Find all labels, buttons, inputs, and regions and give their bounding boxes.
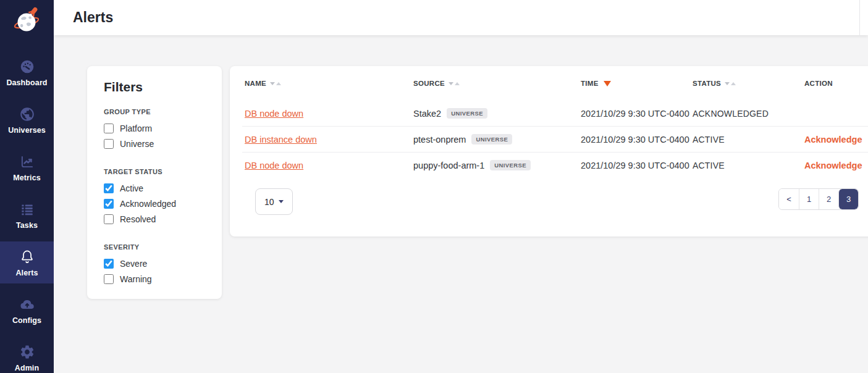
sidebar-item-dashboard[interactable]: Dashboard: [0, 51, 54, 93]
sidebar-item-label: Admin: [15, 364, 39, 372]
resolved-checkbox[interactable]: [104, 214, 114, 224]
sidebar-item-label: Alerts: [15, 269, 38, 277]
filter-group-label: SEVERITY: [104, 243, 209, 251]
filter-option-platform[interactable]: Platform: [104, 124, 209, 133]
alert-time: 2021/10/29 9:30 UTC-0400: [581, 161, 693, 170]
filter-option-label: Universe: [120, 139, 154, 149]
alert-status: ACTIVE: [693, 161, 804, 170]
universe-badge: UNIVERSE: [471, 134, 512, 145]
page-button-1[interactable]: 1: [799, 189, 819, 209]
filter-option-universe[interactable]: Universe: [104, 139, 209, 149]
pager: < 1 2 3: [778, 188, 859, 210]
alert-status: ACKNOWLEDGED: [693, 109, 804, 119]
line-chart-icon: [19, 153, 35, 170]
alert-name-link[interactable]: DB instance down: [245, 135, 317, 145]
column-header-time[interactable]: TIME: [581, 80, 693, 87]
source-name: ptest-onprem: [413, 135, 466, 145]
page-size-dropdown[interactable]: 10: [255, 188, 293, 215]
header-divider: [859, 0, 860, 35]
top-header: Alerts: [54, 0, 868, 35]
sidebar-item-admin[interactable]: Admin: [0, 337, 54, 373]
filter-option-acknowledged[interactable]: Acknowledged: [104, 199, 209, 209]
sidebar: Dashboard Universes Metrics: [0, 0, 54, 373]
acknowledge-link[interactable]: Acknowledge: [804, 135, 862, 145]
page-button-2[interactable]: 2: [819, 189, 838, 209]
severe-checkbox[interactable]: [104, 259, 114, 269]
alert-time: 2021/10/29 9:30 UTC-0400: [581, 135, 693, 145]
filter-group-label: TARGET STATUS: [104, 168, 209, 175]
column-header-name[interactable]: NAME: [245, 80, 413, 87]
universe-checkbox[interactable]: [104, 139, 114, 149]
sort-icons[interactable]: [449, 82, 460, 85]
filters-title: Filters: [104, 80, 209, 94]
planet-rocket-logo-icon: [12, 6, 42, 36]
alert-name-link[interactable]: DB node down: [245, 161, 303, 170]
column-header-action: ACTION: [804, 80, 868, 87]
filter-option-label: Warning: [120, 274, 152, 284]
acknowledge-link[interactable]: Acknowledge: [804, 161, 862, 170]
list-icon: [19, 201, 35, 218]
table-row: DB node down puppy-food-arm-1 UNIVERSE 2…: [230, 153, 868, 178]
page-button-3[interactable]: 3: [838, 189, 858, 209]
main-content: Filters GROUP TYPE Platform Universe TAR…: [54, 35, 868, 373]
sidebar-item-alerts[interactable]: Alerts: [0, 241, 54, 283]
sidebar-item-label: Dashboard: [6, 78, 47, 87]
source-name: puppy-food-arm-1: [413, 161, 484, 170]
app-logo[interactable]: [0, 0, 54, 38]
sidebar-item-label: Universes: [8, 126, 46, 135]
sidebar-nav: Dashboard Universes Metrics: [0, 51, 54, 373]
filter-option-label: Resolved: [120, 214, 156, 224]
page-size-value: 10: [264, 197, 274, 207]
filter-option-label: Platform: [120, 124, 152, 133]
filter-option-label: Active: [120, 183, 143, 193]
sidebar-item-label: Tasks: [16, 221, 38, 230]
filter-option-label: Severe: [120, 259, 147, 269]
prev-page-button[interactable]: <: [779, 189, 799, 209]
alerts-table-panel: NAME SOURCE TIME STATUS ACTION DB node d…: [230, 66, 868, 237]
acknowledged-checkbox[interactable]: [104, 199, 114, 209]
sidebar-item-label: Metrics: [13, 174, 40, 182]
gear-icon: [19, 343, 35, 361]
universe-badge: UNIVERSE: [447, 108, 487, 119]
sidebar-item-configs[interactable]: Configs: [0, 289, 54, 331]
sort-icons[interactable]: [270, 82, 281, 85]
globe-icon: [19, 106, 35, 123]
filters-panel: Filters GROUP TYPE Platform Universe TAR…: [87, 66, 222, 299]
table-header-row: NAME SOURCE TIME STATUS ACTION: [230, 66, 868, 101]
filter-group-target-status: TARGET STATUS Active Acknowledged Resolv…: [104, 168, 209, 224]
warning-checkbox[interactable]: [104, 274, 114, 284]
filter-option-active[interactable]: Active: [104, 183, 209, 193]
chevron-down-icon: [279, 200, 284, 203]
sidebar-item-universes[interactable]: Universes: [0, 99, 54, 141]
alert-name-link[interactable]: DB node down: [245, 109, 303, 119]
platform-checkbox[interactable]: [104, 124, 114, 133]
filter-option-resolved[interactable]: Resolved: [104, 214, 209, 224]
alert-time: 2021/10/29 9:30 UTC-0400: [581, 109, 693, 119]
table-row: DB node down Stake2 UNIVERSE 2021/10/29 …: [230, 101, 868, 126]
pagination-bar: 10 < 1 2 3: [255, 188, 859, 215]
source-name: Stake2: [413, 109, 441, 119]
cloud-upload-icon: [19, 296, 35, 313]
universe-badge: UNIVERSE: [490, 160, 531, 170]
page-title: Alerts: [73, 0, 113, 35]
sort-icons[interactable]: [725, 82, 736, 85]
sidebar-item-tasks[interactable]: Tasks: [0, 194, 54, 236]
column-header-status[interactable]: STATUS: [693, 80, 804, 87]
column-header-source[interactable]: SOURCE: [413, 80, 581, 87]
filter-group-severity: SEVERITY Severe Warning: [104, 243, 209, 284]
filter-option-label: Acknowledged: [120, 199, 176, 209]
sidebar-item-metrics[interactable]: Metrics: [0, 146, 54, 188]
sidebar-item-label: Configs: [12, 316, 41, 325]
filter-group-group-type: GROUP TYPE Platform Universe: [104, 108, 209, 149]
sort-desc-icon[interactable]: [604, 81, 611, 86]
filter-option-warning[interactable]: Warning: [104, 274, 209, 284]
alert-status: ACTIVE: [693, 135, 804, 145]
bell-icon: [19, 248, 35, 266]
filter-group-label: GROUP TYPE: [104, 108, 209, 115]
gauge-icon: [19, 58, 35, 75]
table-row: DB instance down ptest-onprem UNIVERSE 2…: [230, 127, 868, 152]
filter-option-severe[interactable]: Severe: [104, 259, 209, 269]
active-checkbox[interactable]: [104, 183, 114, 193]
